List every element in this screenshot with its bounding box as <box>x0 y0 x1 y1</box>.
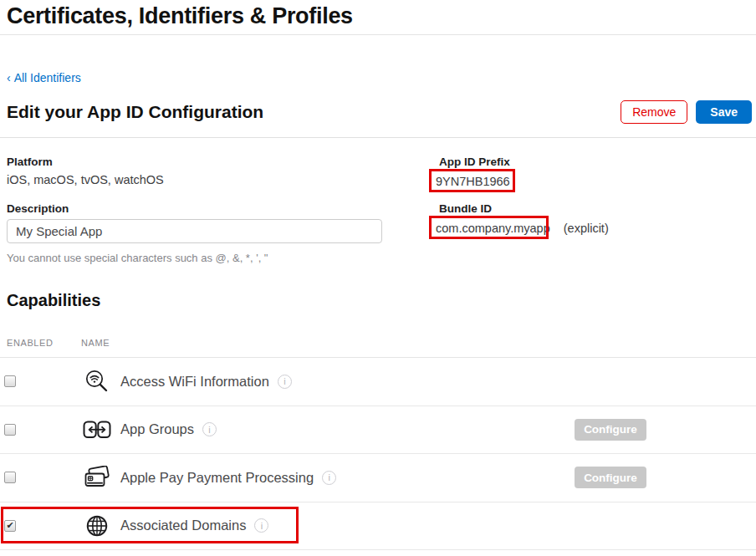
section-heading: Edit your App ID Configuration <box>7 102 263 122</box>
back-link[interactable]: ‹All Identifiers <box>7 71 81 84</box>
platform-value: iOS, macOS, tvOS, watchOS <box>7 173 164 186</box>
globe-icon <box>81 513 113 538</box>
capabilities-table: Access WiFi Information i App Groups i C… <box>0 358 756 550</box>
payment-cards-icon <box>81 466 113 489</box>
enabled-checkbox[interactable] <box>4 472 16 483</box>
description-label: Description <box>7 202 69 215</box>
info-icon[interactable]: i <box>254 518 268 533</box>
table-row-apple-pay-payment-processing: Apple Pay Payment Processing i Configure <box>0 454 756 502</box>
bundle-id-suffix: (explicit) <box>564 222 609 235</box>
info-icon[interactable]: i <box>278 375 292 389</box>
capabilities-heading: Capabilities <box>7 291 100 310</box>
back-link-label: All Identifiers <box>14 71 81 84</box>
capability-label: App Groups <box>120 421 194 437</box>
bundle-id-row: com.company.myapp (explicit) <box>436 222 609 235</box>
enabled-checkbox[interactable] <box>4 520 16 532</box>
section-actions: Remove Save <box>621 100 752 124</box>
capability-label: Associated Domains <box>120 518 246 533</box>
app-groups-icon <box>81 420 113 440</box>
configure-button[interactable]: Configure <box>575 419 646 441</box>
info-icon[interactable]: i <box>322 471 336 485</box>
capability-label: Access WiFi Information <box>120 374 269 390</box>
table-row-associated-domains: Associated Domains i <box>0 502 756 551</box>
chevron-left-icon: ‹ <box>7 71 11 84</box>
divider <box>0 137 756 138</box>
section-header: Edit your App ID Configuration Remove Sa… <box>7 97 752 127</box>
app-id-prefix-value: 9YN7HB1966 <box>436 175 510 188</box>
bundle-id-value: com.company.myapp <box>436 222 550 235</box>
bundle-id-label: Bundle ID <box>439 202 492 215</box>
capability-label: Apple Pay Payment Processing <box>120 470 314 486</box>
page-title: Certificates, Identifiers & Profiles <box>7 3 353 29</box>
divider <box>0 34 756 35</box>
info-icon[interactable]: i <box>202 422 217 436</box>
description-help-text: You cannot use special characters such a… <box>7 252 268 264</box>
table-row-access-wifi-information: Access WiFi Information i <box>0 358 756 406</box>
table-row-app-groups: App Groups i Configure <box>0 406 756 455</box>
column-header-enabled: ENABLED <box>7 338 54 348</box>
configure-button[interactable]: Configure <box>575 467 646 488</box>
remove-button[interactable]: Remove <box>621 100 687 124</box>
enabled-checkbox[interactable] <box>4 424 16 436</box>
platform-label: Platform <box>7 156 53 168</box>
save-button[interactable]: Save <box>696 100 752 124</box>
enabled-checkbox[interactable] <box>4 375 16 387</box>
column-header-name: NAME <box>81 338 110 348</box>
description-input[interactable] <box>7 219 382 243</box>
wifi-search-icon <box>81 369 113 394</box>
app-id-prefix-label: App ID Prefix <box>439 156 510 168</box>
page-root: Certificates, Identifiers & Profiles ‹Al… <box>0 0 756 556</box>
